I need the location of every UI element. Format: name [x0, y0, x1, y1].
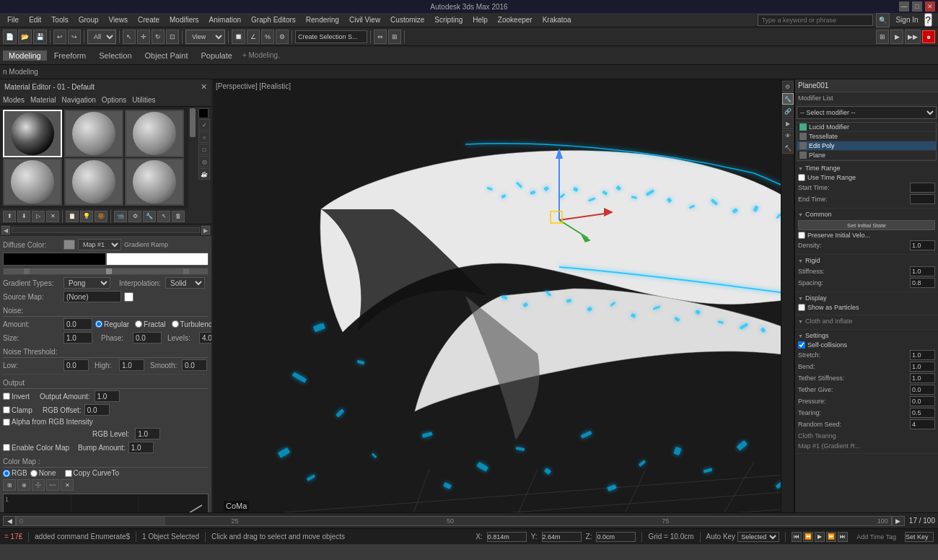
- mat-video[interactable]: 📹: [114, 211, 127, 222]
- open-button[interactable]: 📂: [18, 30, 32, 44]
- mat-editor-close[interactable]: ✕: [201, 82, 207, 92]
- percent-snap[interactable]: %: [261, 30, 274, 44]
- sphere-scrollbar[interactable]: [188, 107, 197, 209]
- high-input[interactable]: [119, 359, 144, 371]
- z-input[interactable]: [596, 532, 636, 542]
- x-input[interactable]: [487, 532, 527, 542]
- render-interactive[interactable]: ▶▶: [905, 30, 921, 44]
- mat-assign[interactable]: ▷: [32, 211, 45, 222]
- menu-tools[interactable]: Tools: [47, 15, 72, 25]
- use-time-range-check[interactable]: Use Time Range: [798, 174, 935, 181]
- pb-end[interactable]: ⏭: [838, 532, 848, 542]
- scale-button[interactable]: ⊡: [166, 30, 179, 44]
- mat-options-btn[interactable]: ⚙: [128, 211, 141, 222]
- pb-play[interactable]: ▶: [815, 532, 825, 542]
- menu-scripting[interactable]: Scripting: [430, 15, 467, 25]
- noise-regular[interactable]: Regular: [95, 320, 129, 328]
- sphere-5[interactable]: [125, 158, 184, 206]
- menu-civil-view[interactable]: Civil View: [345, 15, 385, 25]
- set-initial-state-btn[interactable]: Set Initial State: [798, 220, 935, 230]
- angle-snap[interactable]: ∠: [247, 30, 260, 44]
- modifier-plane[interactable]: Plane: [797, 151, 936, 160]
- tab-modeling[interactable]: Modeling: [3, 51, 47, 61]
- cm-btn1[interactable]: ⊞: [3, 479, 16, 491]
- noise-levels-input[interactable]: [199, 332, 211, 344]
- source-map-checkbox[interactable]: [124, 292, 133, 302]
- viewport-dropdown[interactable]: All: [87, 30, 116, 44]
- view-mode-dropdown[interactable]: View: [185, 30, 225, 44]
- pb-prev[interactable]: ⏪: [803, 532, 813, 542]
- tab-object-paint[interactable]: Object Paint: [139, 51, 194, 61]
- noise-fractal[interactable]: Fractal: [135, 320, 166, 328]
- display-icon[interactable]: 👁: [782, 130, 794, 141]
- sphere-0[interactable]: [3, 110, 62, 157]
- copy-curve-check[interactable]: Copy CurveTo: [65, 469, 119, 477]
- clamp-check[interactable]: Clamp: [3, 406, 32, 414]
- gradient-type-select[interactable]: Pong Linear Radial: [63, 277, 110, 289]
- mat-show-standard[interactable]: 📋: [66, 211, 79, 222]
- cm-btn2[interactable]: ⊕: [17, 479, 30, 491]
- map-dropdown[interactable]: Map #1: [78, 239, 121, 250]
- mat-icon-circle[interactable]: ○: [198, 131, 210, 143]
- mirror-button[interactable]: ⇔: [374, 30, 387, 44]
- set-key-label[interactable]: [905, 532, 934, 542]
- mat-put-to-scene[interactable]: ⬇: [17, 211, 30, 222]
- help-close[interactable]: ?: [924, 13, 932, 27]
- low-input[interactable]: [63, 359, 89, 371]
- motion-icon[interactable]: ▶: [782, 118, 794, 129]
- random-seed-input[interactable]: [910, 419, 935, 429]
- noise-size-input[interactable]: [63, 332, 92, 344]
- menu-file[interactable]: File: [3, 15, 23, 25]
- mat-pick[interactable]: 🔧: [143, 211, 156, 222]
- end-time-input[interactable]: [910, 194, 935, 204]
- menu-customize[interactable]: Customize: [386, 15, 429, 25]
- noise-phase-input[interactable]: [133, 332, 162, 344]
- add-time-tag[interactable]: Add Time Tag: [854, 533, 899, 541]
- mat-options[interactable]: Options: [102, 96, 126, 104]
- scrollbar-thumb[interactable]: [190, 108, 196, 137]
- mat-select[interactable]: ↖: [157, 211, 170, 222]
- select-button[interactable]: ↖: [123, 30, 136, 44]
- mat-utilities[interactable]: Utilities: [132, 96, 155, 104]
- menu-group[interactable]: Group: [74, 15, 103, 25]
- tab-selection[interactable]: Selection: [93, 51, 137, 61]
- display-title[interactable]: Display: [798, 294, 935, 302]
- menu-modifiers[interactable]: Modifiers: [165, 15, 203, 25]
- menu-edit[interactable]: Edit: [25, 15, 45, 25]
- cloth-inflate-title[interactable]: Cloth and Inflate: [798, 318, 935, 325]
- mat-icon-bg-black[interactable]: [198, 108, 209, 118]
- mat-icon-bg-check[interactable]: ✓: [198, 119, 210, 131]
- noise-amount-input[interactable]: [63, 318, 92, 330]
- bend-input[interactable]: [910, 362, 935, 372]
- common-title[interactable]: Common: [798, 211, 935, 218]
- pressure-input[interactable]: [910, 396, 935, 406]
- search-input[interactable]: [758, 14, 873, 26]
- settings-title[interactable]: Settings: [798, 332, 935, 339]
- density-input[interactable]: [910, 240, 935, 250]
- tab-populate[interactable]: Populate: [195, 51, 237, 61]
- nav-right[interactable]: ▶: [201, 226, 210, 235]
- timeline-next[interactable]: ▶: [892, 516, 905, 526]
- invert-check[interactable]: Invert: [3, 393, 30, 401]
- none-radio[interactable]: None: [30, 469, 56, 477]
- cm-btn5[interactable]: ✕: [61, 479, 74, 491]
- menu-krakatoa[interactable]: Krakatoa: [538, 15, 576, 25]
- move-button[interactable]: ✛: [137, 30, 150, 44]
- pb-next[interactable]: ⏩: [826, 532, 836, 542]
- time-range-title[interactable]: Time Range: [798, 165, 935, 172]
- swatch-black[interactable]: [3, 253, 106, 266]
- modify-icon[interactable]: 🔧: [782, 93, 794, 105]
- mat-backlight[interactable]: 🔆: [95, 211, 108, 222]
- stretch-input[interactable]: [910, 350, 935, 360]
- minimize-button[interactable]: —: [899, 1, 909, 12]
- enable-colormap-check[interactable]: Enable Color Map: [3, 444, 69, 452]
- save-button[interactable]: 💾: [33, 30, 47, 44]
- bump-input[interactable]: [128, 442, 154, 453]
- rotate-button[interactable]: ↻: [152, 30, 165, 44]
- render-setup[interactable]: ⊞: [876, 30, 889, 44]
- tether-give-input[interactable]: [910, 385, 935, 395]
- undo-button[interactable]: ↩: [53, 30, 66, 44]
- diffuse-color-swatch[interactable]: [63, 240, 75, 250]
- selection-set-input[interactable]: [295, 30, 367, 43]
- mat-get-material[interactable]: ⬆: [3, 211, 16, 222]
